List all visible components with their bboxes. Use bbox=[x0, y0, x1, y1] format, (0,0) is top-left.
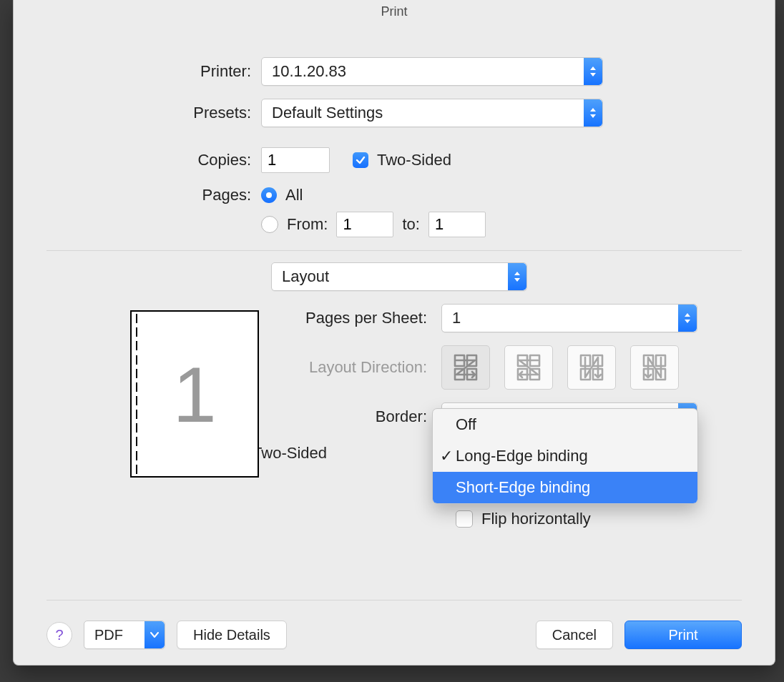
layout-direction-option-3[interactable] bbox=[567, 345, 616, 390]
pages-all-label: All bbox=[285, 186, 303, 204]
flip-horizontally-checkbox[interactable] bbox=[456, 510, 473, 528]
two-sided-label: Two-Sided bbox=[377, 151, 451, 169]
copies-label: Copies: bbox=[46, 151, 261, 169]
two-sided-checkbox[interactable] bbox=[353, 152, 368, 168]
separator bbox=[46, 250, 742, 251]
copies-input[interactable] bbox=[261, 147, 330, 173]
flip-horizontally-label: Flip horizontally bbox=[481, 510, 591, 528]
separator bbox=[46, 600, 742, 601]
preview-page-number: 1 bbox=[172, 349, 216, 440]
chevrons-icon bbox=[584, 99, 602, 127]
page-preview: 1 bbox=[130, 310, 259, 478]
two-sided-menu: Off ✓Long-Edge binding Short-Edge bindin… bbox=[432, 408, 698, 504]
pdf-label: PDF bbox=[84, 627, 144, 643]
printer-value: 10.1.20.83 bbox=[262, 62, 584, 81]
pages-from-input[interactable] bbox=[336, 212, 393, 237]
layout-direction-option-4[interactable] bbox=[630, 345, 679, 390]
section-value: Layout bbox=[272, 267, 508, 286]
layout-direction-option-2[interactable] bbox=[504, 345, 553, 390]
presets-value: Default Settings bbox=[262, 104, 584, 122]
chevrons-icon bbox=[584, 58, 602, 85]
printer-label: Printer: bbox=[46, 62, 261, 81]
pages-to-input[interactable] bbox=[428, 212, 486, 237]
presets-label: Presets: bbox=[46, 104, 261, 122]
print-button[interactable]: Print bbox=[624, 621, 742, 649]
chevrons-icon bbox=[678, 305, 697, 332]
cancel-button[interactable]: Cancel bbox=[536, 621, 613, 649]
hide-details-button[interactable]: Hide Details bbox=[177, 621, 287, 649]
pages-per-sheet-value: 1 bbox=[442, 309, 678, 327]
printer-popup[interactable]: 10.1.20.83 bbox=[261, 57, 603, 86]
check-icon: ✓ bbox=[437, 447, 456, 465]
dialog-title: Print bbox=[14, 0, 775, 23]
presets-popup[interactable]: Default Settings bbox=[261, 99, 603, 127]
layout-direction-option-1[interactable] bbox=[441, 345, 490, 390]
pages-per-sheet-popup[interactable]: 1 bbox=[441, 304, 697, 332]
print-dialog: Print Printer: 10.1.20.83 Presets: bbox=[13, 0, 775, 666]
help-icon: ? bbox=[55, 627, 63, 643]
help-button[interactable]: ? bbox=[46, 622, 72, 648]
pdf-menu-button[interactable]: PDF bbox=[84, 621, 165, 649]
two-sided-menu-item-long-edge[interactable]: ✓Long-Edge binding bbox=[433, 440, 697, 472]
section-popup[interactable]: Layout bbox=[271, 262, 527, 291]
pages-all-radio[interactable] bbox=[261, 187, 277, 203]
chevrons-icon bbox=[508, 263, 526, 290]
pages-range-radio[interactable] bbox=[261, 216, 278, 233]
pages-label: Pages: bbox=[46, 186, 261, 204]
two-sided-menu-item-short-edge[interactable]: Short-Edge binding bbox=[433, 472, 697, 503]
pages-from-label: From: bbox=[287, 215, 328, 234]
two-sided-menu-item-off[interactable]: Off bbox=[433, 409, 697, 440]
pages-to-label: to: bbox=[402, 215, 419, 234]
chevron-down-icon bbox=[144, 621, 165, 648]
